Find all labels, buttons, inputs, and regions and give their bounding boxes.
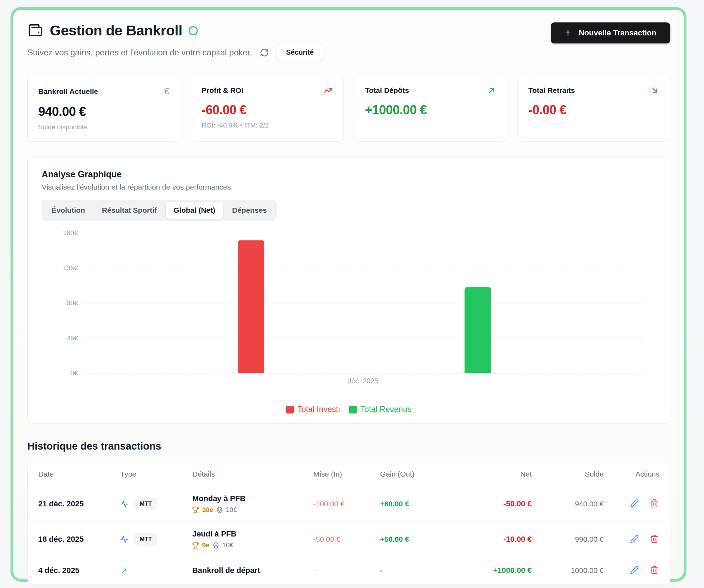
refresh-button[interactable] [260,48,269,57]
chart-tabbar: Évolution Résultat Sportif Global (Net) … [42,200,277,221]
pencil-icon [630,499,639,508]
col-mise: Mise (In) [309,462,375,486]
wallet-icon [27,23,43,39]
page-title: Gestion de Bankroll [50,22,182,39]
plus-icon: + [565,28,571,38]
delete-button[interactable] [649,534,659,545]
trash-icon [650,566,659,574]
card-deposits: Total Dépôts +1000.00 € [354,76,507,142]
tx-gain: - [375,557,461,584]
delete-button[interactable] [649,565,659,576]
activity-icon [120,500,128,508]
tx-net: +1000.00 € [461,557,536,584]
tx-gain: +50.00 € [375,522,461,557]
table-header-row: Date Type Détails Mise (In) Gain (Out) N… [28,462,670,486]
tx-mise: -50.00 € [309,522,375,557]
card-profit: Profit & ROI -60.00 € ROI: -40.0% • ITM:… [191,76,344,142]
tx-place: 10e [202,506,213,514]
tx-solde: 1000.00 € [537,557,609,584]
card-withdrawals-value: -0.00 € [528,103,659,117]
legend-swatch-green [349,406,357,413]
chart-card: Analyse Graphique Visualisez l'évolution… [27,156,670,424]
card-deposits-value: +1000.00 € [365,103,496,117]
col-gain: Gain (Out) [375,462,461,486]
table-row: 21 déc. 2025 MTT Monday à PFB 10e 10€ [28,486,670,522]
header: Gestion de Bankroll Suivez vos gains, pe… [27,22,670,61]
pencil-icon [630,534,639,543]
tx-date: 4 déc. 2025 [28,557,115,584]
bar-total-investi [238,240,264,373]
chart-title: Analyse Graphique [42,169,656,179]
tab-evolution[interactable]: Évolution [44,202,93,219]
col-details: Détails [187,462,308,486]
gridline: 45€ [84,338,642,339]
y-tick: 0€ [45,369,78,377]
bar-chart: 180€ 135€ 90€ 45€ 0€ déc. 2025 [84,233,642,385]
col-solde: Solde [537,462,609,486]
new-transaction-label: Nouvelle Transaction [579,28,656,37]
tx-date: 18 déc. 2025 [28,522,115,557]
legend-label: Total Investi [297,405,340,414]
tx-mise: - [309,557,375,584]
trophy-icon [192,542,199,549]
tx-place: 9e [202,541,209,549]
edit-button[interactable] [629,498,639,510]
chart-subtitle: Visualisez l'évolution et la répartition… [42,183,656,191]
card-profit-sub: ROI: -40.0% • ITM: 2/2 [202,122,333,129]
loader-ring-icon [189,26,198,35]
card-bankroll-sub: Solde disponible [38,123,169,131]
gridline: 90€ [84,303,642,303]
y-tick: 135€ [45,264,78,272]
col-date: Date [28,462,115,486]
tx-date: 21 déc. 2025 [28,486,115,522]
card-profit-value: -60.00 € [202,103,333,117]
legend-swatch-red [286,406,294,413]
edit-button[interactable] [629,565,639,576]
edit-button[interactable] [629,534,639,545]
transactions-table-card: Date Type Détails Mise (In) Gain (Out) N… [27,462,670,584]
type-badge: MTT [134,498,157,510]
card-bankroll: Bankroll Actuelle € 940.00 € Solde dispo… [27,76,180,142]
tx-details: Jeudi à PFB [192,529,303,539]
tx-mise: -100.00 € [309,486,375,522]
gridline: 0€ [84,373,642,374]
legend-total-investi: Total Investi [286,405,340,414]
legend-label: Total Revenus [360,405,412,414]
delete-button[interactable] [649,498,659,510]
bounty-skull-icon [212,542,219,549]
security-button[interactable]: Sécurité [277,44,323,61]
new-transaction-button[interactable]: + Nouvelle Transaction [551,22,670,43]
tab-global-net[interactable]: Global (Net) [166,202,223,219]
euro-icon: € [164,86,169,97]
transactions-title: Historique des transactions [27,440,670,452]
card-bankroll-value: 940.00 € [38,104,169,119]
y-tick: 45€ [45,334,78,342]
bounty-skull-icon [216,506,223,513]
bar-total-revenus [465,287,491,373]
tx-solde: 940.00 € [537,486,609,522]
table-row: 4 déc. 2025 Bankroll de départ - - +1000… [28,557,670,584]
tab-depenses[interactable]: Dépenses [224,202,275,219]
tab-resultat-sportif[interactable]: Résultat Sportif [94,202,164,219]
tx-details: Bankroll de départ [192,566,303,575]
pencil-icon [630,566,639,574]
chart-legend: Total Investi Total Revenus [42,405,656,414]
card-profit-label: Profit & ROI [202,86,243,95]
y-tick: 180€ [45,229,78,237]
col-net: Net [461,462,536,486]
page-subtitle: Suivez vos gains, pertes et l'évolution … [27,48,252,57]
transactions-table: Date Type Détails Mise (In) Gain (Out) N… [28,462,670,584]
app-frame: Gestion de Bankroll Suivez vos gains, pe… [11,7,686,582]
gridline: 180€ [84,233,642,233]
refresh-icon [260,48,269,57]
arrow-up-right-icon [487,86,496,95]
type-badge: MTT [134,533,157,546]
stats-row: Bankroll Actuelle € 940.00 € Solde dispo… [27,76,670,142]
gridline: 135€ [84,268,642,268]
tx-gain: +60.00 € [375,486,461,522]
trash-icon [650,499,659,508]
header-left: Gestion de Bankroll Suivez vos gains, pe… [27,22,323,61]
col-actions: Actions [609,462,670,486]
card-withdrawals-label: Total Retraits [528,86,575,95]
arrow-down-right-icon [650,86,659,95]
